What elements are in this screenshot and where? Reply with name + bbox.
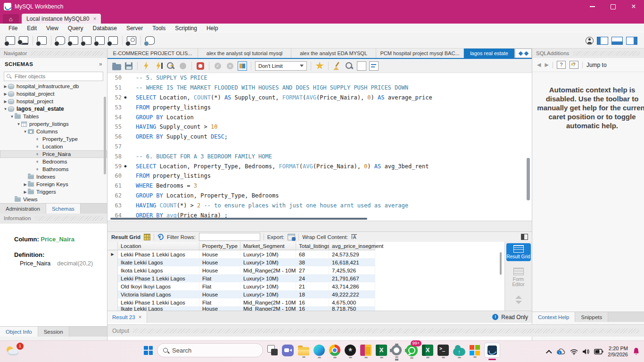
save-script-icon[interactable]: [125, 62, 132, 70]
collapse-panel-icon[interactable]: [521, 234, 528, 240]
cell-property_type[interactable]: House: [199, 290, 240, 298]
start-button[interactable]: [144, 346, 153, 357]
menu-help[interactable]: Help: [202, 24, 223, 33]
cell-total_listings[interactable]: 18: [296, 290, 329, 298]
toggle-bottom-panel-button[interactable]: [611, 37, 623, 45]
tree-item-views[interactable]: Views: [0, 196, 107, 203]
open-script-icon[interactable]: [112, 64, 121, 70]
cell-total_listings[interactable]: 38: [296, 258, 329, 266]
chevron-right-icon[interactable]: ▶: [23, 182, 28, 187]
menu-server[interactable]: Server: [122, 24, 148, 33]
result-tab-close-icon[interactable]: ×: [139, 314, 142, 321]
cell-avg_price_insegment[interactable]: 21,791,667: [329, 274, 375, 282]
cell-total_listings[interactable]: 24: [296, 274, 329, 282]
table-row[interactable]: ▶Lekki Phase 1 Lekki LagosHouseLuxury(> …: [107, 250, 532, 258]
create-view-icon[interactable]: [82, 36, 91, 45]
cell-market_segment[interactable]: Luxury(> 10M): [240, 258, 296, 266]
chevron-right-icon[interactable]: ▶: [3, 92, 8, 96]
toggle-stop-on-error-icon[interactable]: [196, 61, 205, 71]
battery-icon[interactable]: [594, 349, 603, 354]
notification-bell-icon[interactable]: [632, 347, 640, 356]
reconnect-dbms-icon[interactable]: [145, 36, 155, 45]
cell-location[interactable]: Old Ikoyi Ikoyi Lagos: [118, 282, 199, 290]
menu-query[interactable]: Query: [63, 24, 88, 33]
connection-tab[interactable]: Local instance MySQL80 ×: [22, 14, 101, 24]
whatsapp-icon[interactable]: 99+: [406, 345, 418, 359]
execute-icon[interactable]: [141, 61, 151, 71]
cell-location[interactable]: Lekki Phase 1 Lekki Lagos: [118, 250, 199, 258]
cell-avg_price_insegment[interactable]: 24,573,529: [329, 250, 375, 258]
taskbar-search[interactable]: Search: [157, 343, 263, 360]
cell-location[interactable]: Lekki Phase 1 Lekki Lagos: [118, 274, 199, 282]
table-row[interactable]: Ikate Lekki LagosHouseLuxury(> 10M)3816,…: [107, 258, 532, 266]
cell-market_segment[interactable]: Mid_Range(2M - 10M): [240, 266, 296, 274]
export-icon[interactable]: [288, 234, 295, 240]
cell-market_segment[interactable]: Luxury(> 10M): [240, 290, 296, 298]
chevron-up-icon[interactable]: [515, 296, 522, 299]
tree-item-tables[interactable]: ▼Tables: [0, 113, 107, 120]
taskbar-search-input[interactable]: Search: [157, 343, 263, 357]
result-tab[interactable]: Result 23 ×: [107, 311, 147, 323]
inspector-icon[interactable]: [37, 36, 47, 45]
search-table-data-icon[interactable]: [127, 36, 136, 45]
column-header-market_segment[interactable]: Market_Segment: [240, 242, 296, 250]
cell-total_listings[interactable]: 68: [296, 250, 329, 258]
cloud-upload-icon[interactable]: ↑: [453, 345, 465, 358]
tab-snippets[interactable]: Snippets: [575, 312, 608, 322]
clock[interactable]: 2:20 PM 2/9/2026: [608, 346, 628, 358]
menu-database[interactable]: Database: [88, 24, 122, 33]
cell-location[interactable]: Ikate Lekki Lagos: [118, 258, 199, 266]
grid-icon[interactable]: [144, 234, 150, 240]
onedrive-tray-icon[interactable]: i: [556, 348, 566, 355]
tab-session[interactable]: Session: [38, 327, 69, 337]
microsoft-store-icon[interactable]: [470, 345, 480, 358]
filter-rows-input[interactable]: [199, 233, 260, 241]
cell-property_type[interactable]: House: [199, 306, 240, 311]
cell-location[interactable]: Ikate Lekki Lagos: [118, 306, 199, 311]
excel-2-icon[interactable]: X: [422, 345, 433, 358]
context-help-icon[interactable]: ?: [557, 61, 566, 69]
cell-avg_price_insegment[interactable]: 43,714,286: [329, 282, 375, 290]
cell-total_listings[interactable]: 16: [296, 306, 329, 311]
menu-edit[interactable]: Edit: [22, 24, 41, 33]
cell-market_segment[interactable]: Mid_Range(2M - 10M): [240, 298, 296, 306]
close-button[interactable]: ×: [623, 0, 644, 13]
settings-icon[interactable]: [391, 345, 402, 358]
tab-scroll-arrows[interactable]: [515, 49, 532, 58]
cell-market_segment[interactable]: Mid_Range(2M - 10M): [240, 306, 296, 311]
auto-context-help-icon[interactable]: ?: [570, 61, 578, 69]
connection-tab-close-icon[interactable]: ×: [93, 16, 96, 22]
chatgpt-icon[interactable]: *: [345, 345, 356, 358]
wifi-icon[interactable]: [570, 349, 578, 355]
tree-item-hospital-infrastructure-db[interactable]: ▶hospital_infrastructure_db: [0, 82, 107, 90]
teams-icon[interactable]: [282, 345, 294, 359]
table-row[interactable]: Ikate Lekki LagosHouseMid_Range(2M - 10M…: [107, 306, 532, 311]
commit-icon[interactable]: [213, 61, 223, 71]
chevron-right-icon[interactable]: ▶: [3, 99, 8, 104]
chevron-right-icon[interactable]: ▶: [23, 190, 28, 194]
tab-object-info[interactable]: Object Info: [0, 327, 38, 337]
save-snippet-icon[interactable]: [315, 61, 324, 71]
cell-market_segment[interactable]: Luxury(> 10M): [240, 250, 296, 258]
tree-item-indexes[interactable]: Indexes: [0, 173, 107, 181]
powerbi-icon[interactable]: [360, 345, 372, 358]
menu-file[interactable]: File: [4, 24, 22, 33]
cell-avg_price_insegment[interactable]: 16,618,421: [329, 258, 375, 266]
account-icon[interactable]: [586, 37, 594, 45]
tree-item-lagos-real-estate[interactable]: ▼lagos_real_estate: [0, 105, 107, 113]
cell-total_listings[interactable]: 21: [296, 282, 329, 290]
tree-item-triggers[interactable]: ▶Triggers: [0, 188, 107, 196]
toggle-autocommit-icon[interactable]: [238, 61, 247, 71]
row-limit-select[interactable]: Don't Limit: [255, 61, 307, 71]
wrap-cell-icon[interactable]: IA: [351, 234, 356, 240]
volume-icon[interactable]: [582, 348, 590, 355]
edge-icon[interactable]: [314, 345, 325, 358]
tab-administration[interactable]: Administration: [0, 204, 46, 214]
column-header-property_type[interactable]: Property_Type: [199, 242, 240, 250]
chevron-down-icon[interactable]: ▼: [3, 107, 8, 111]
column-header-total_listings[interactable]: Total_listings: [296, 242, 329, 250]
refresh-results-icon[interactable]: [157, 233, 165, 241]
table-row[interactable]: Lekki Phase 1 Lekki LagosFlatLuxury(> 10…: [107, 274, 532, 282]
navigator-scrollbar[interactable]: [104, 97, 106, 174]
tree-item-property-listings[interactable]: ▼property_listings: [0, 120, 107, 128]
